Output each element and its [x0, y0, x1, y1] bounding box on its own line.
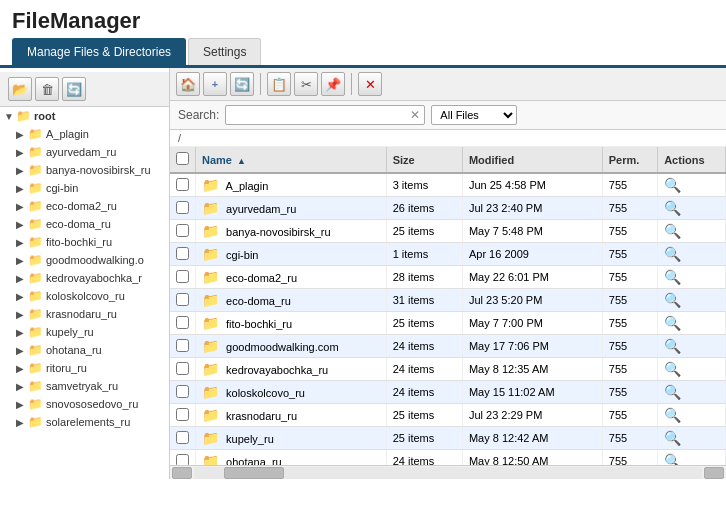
- row-name[interactable]: banya-novosibirsk_ru: [226, 226, 331, 238]
- row-action-search[interactable]: 🔍: [664, 338, 681, 354]
- tree-toggle[interactable]: ▶: [16, 291, 28, 302]
- tree-item-ritoru-ru[interactable]: ▶ 📁 ritoru_ru: [0, 359, 169, 377]
- row-checkbox[interactable]: [176, 454, 189, 466]
- tree-toggle-root[interactable]: ▼: [4, 111, 16, 122]
- tree-item-cgi-bin[interactable]: ▶ 📁 cgi-bin: [0, 179, 169, 197]
- row-checkbox[interactable]: [176, 293, 189, 306]
- table-row[interactable]: 📁 eco-doma2_ru 28 items May 22 6:01 PM 7…: [170, 266, 726, 289]
- tree-item-fito-bochki-ru[interactable]: ▶ 📁 fito-bochki_ru: [0, 233, 169, 251]
- row-checkbox[interactable]: [176, 431, 189, 444]
- tree-item-ohotana-ru[interactable]: ▶ 📁 ohotana_ru: [0, 341, 169, 359]
- row-checkbox[interactable]: [176, 339, 189, 352]
- row-checkbox[interactable]: [176, 362, 189, 375]
- row-action-search[interactable]: 🔍: [664, 361, 681, 377]
- tree-toggle[interactable]: ▶: [16, 345, 28, 356]
- tree-toggle[interactable]: ▶: [16, 201, 28, 212]
- cut-button[interactable]: ✂: [294, 72, 318, 96]
- tree-toggle[interactable]: ▶: [16, 363, 28, 374]
- row-checkbox[interactable]: [176, 316, 189, 329]
- tab-settings[interactable]: Settings: [188, 38, 261, 65]
- row-action-search[interactable]: 🔍: [664, 292, 681, 308]
- row-name[interactable]: eco-doma_ru: [226, 295, 291, 307]
- row-action-search[interactable]: 🔍: [664, 407, 681, 423]
- col-header-size[interactable]: Size: [386, 147, 462, 173]
- row-action-search[interactable]: 🔍: [664, 200, 681, 216]
- refresh2-button[interactable]: 🔄: [230, 72, 254, 96]
- tree-item-goodmoodwalking-o[interactable]: ▶ 📁 goodmoodwalking.o: [0, 251, 169, 269]
- tree-item-banya-novosibirsk-ru[interactable]: ▶ 📁 banya-novosibirsk_ru: [0, 161, 169, 179]
- tree-item-snovososedovo-ru[interactable]: ▶ 📁 snovososedovo_ru: [0, 395, 169, 413]
- row-action-search[interactable]: 🔍: [664, 177, 681, 193]
- table-row[interactable]: 📁 kupely_ru 25 items May 8 12:42 AM 755 …: [170, 427, 726, 450]
- tree-toggle[interactable]: ▶: [16, 129, 28, 140]
- table-row[interactable]: 📁 banya-novosibirsk_ru 25 items May 7 5:…: [170, 220, 726, 243]
- table-row[interactable]: 📁 cgi-bin 1 items Apr 16 2009 755 🔍: [170, 243, 726, 266]
- row-checkbox[interactable]: [176, 201, 189, 214]
- new-folder-button[interactable]: +: [203, 72, 227, 96]
- file-filter-select[interactable]: All Files Images Documents Videos Audio: [431, 105, 517, 125]
- open-button[interactable]: 📂: [8, 77, 32, 101]
- col-header-name[interactable]: Name ▲: [196, 147, 387, 173]
- tree-toggle[interactable]: ▶: [16, 309, 28, 320]
- home-button[interactable]: 🏠: [176, 72, 200, 96]
- tree-toggle[interactable]: ▶: [16, 399, 28, 410]
- tab-manage[interactable]: Manage Files & Directories: [12, 38, 186, 65]
- row-name[interactable]: koloskolcovo_ru: [226, 387, 305, 399]
- row-action-search[interactable]: 🔍: [664, 269, 681, 285]
- scroll-left-btn[interactable]: [172, 467, 192, 479]
- table-row[interactable]: 📁 ohotana_ru 24 items May 8 12:50 AM 755…: [170, 450, 726, 466]
- row-action-search[interactable]: 🔍: [664, 315, 681, 331]
- tree-item-root[interactable]: ▼ 📁 root: [0, 107, 169, 125]
- table-row[interactable]: 📁 eco-doma_ru 31 items Jul 23 5:20 PM 75…: [170, 289, 726, 312]
- tree-item-eco-doma2-ru[interactable]: ▶ 📁 eco-doma2_ru: [0, 197, 169, 215]
- row-name[interactable]: kupely_ru: [226, 433, 274, 445]
- select-all-checkbox[interactable]: [176, 152, 189, 165]
- tree-item-kedrovayabochka-r[interactable]: ▶ 📁 kedrovayabochka_r: [0, 269, 169, 287]
- row-checkbox[interactable]: [176, 178, 189, 191]
- col-header-perm[interactable]: Perm.: [602, 147, 657, 173]
- col-header-modified[interactable]: Modified: [462, 147, 602, 173]
- table-row[interactable]: 📁 koloskolcovo_ru 24 items May 15 11:02 …: [170, 381, 726, 404]
- tree-toggle[interactable]: ▶: [16, 183, 28, 194]
- row-action-search[interactable]: 🔍: [664, 384, 681, 400]
- row-name[interactable]: cgi-bin: [226, 249, 258, 261]
- delete-button[interactable]: 🗑: [35, 77, 59, 101]
- tree-item-solarelements-ru[interactable]: ▶ 📁 solarelements_ru: [0, 413, 169, 431]
- row-name[interactable]: ayurvedam_ru: [226, 203, 296, 215]
- row-checkbox[interactable]: [176, 408, 189, 421]
- tree-toggle[interactable]: ▶: [16, 273, 28, 284]
- tree-toggle[interactable]: ▶: [16, 417, 28, 428]
- tree-toggle[interactable]: ▶: [16, 165, 28, 176]
- table-row[interactable]: 📁 krasnodaru_ru 25 items Jul 23 2:29 PM …: [170, 404, 726, 427]
- row-name[interactable]: kedrovayabochka_ru: [226, 364, 328, 376]
- delete2-button[interactable]: ✕: [358, 72, 382, 96]
- row-checkbox[interactable]: [176, 385, 189, 398]
- table-row[interactable]: 📁 A_plagin 3 items Jun 25 4:58 PM 755 🔍: [170, 173, 726, 197]
- row-checkbox[interactable]: [176, 247, 189, 260]
- tree-item-krasnodaru-ru[interactable]: ▶ 📁 krasnodaru_ru: [0, 305, 169, 323]
- tree-item-samvetryak-ru[interactable]: ▶ 📁 samvetryak_ru: [0, 377, 169, 395]
- row-name[interactable]: eco-doma2_ru: [226, 272, 297, 284]
- tree-item-ayurvedam-ru[interactable]: ▶ 📁 ayurvedam_ru: [0, 143, 169, 161]
- table-row[interactable]: 📁 goodmoodwalking.com 24 items May 17 7:…: [170, 335, 726, 358]
- paste-button[interactable]: 📌: [321, 72, 345, 96]
- search-clear-icon[interactable]: ✕: [410, 108, 420, 122]
- copy-button[interactable]: 📋: [267, 72, 291, 96]
- table-row[interactable]: 📁 fito-bochki_ru 25 items May 7 7:00 PM …: [170, 312, 726, 335]
- tree-toggle[interactable]: ▶: [16, 219, 28, 230]
- scroll-track[interactable]: [194, 467, 702, 479]
- refresh-button[interactable]: 🔄: [62, 77, 86, 101]
- row-name[interactable]: goodmoodwalking.com: [226, 341, 339, 353]
- table-row[interactable]: 📁 kedrovayabochka_ru 24 items May 8 12:3…: [170, 358, 726, 381]
- row-action-search[interactable]: 🔍: [664, 246, 681, 262]
- row-action-search[interactable]: 🔍: [664, 453, 681, 465]
- tree-toggle[interactable]: ▶: [16, 327, 28, 338]
- tree-toggle[interactable]: ▶: [16, 255, 28, 266]
- row-name[interactable]: fito-bochki_ru: [226, 318, 292, 330]
- tree-toggle[interactable]: ▶: [16, 237, 28, 248]
- row-action-search[interactable]: 🔍: [664, 223, 681, 239]
- tree-item-eco-doma-ru[interactable]: ▶ 📁 eco-doma_ru: [0, 215, 169, 233]
- row-name[interactable]: A_plagin: [225, 180, 268, 192]
- scroll-right-btn[interactable]: [704, 467, 724, 479]
- table-row[interactable]: 📁 ayurvedam_ru 26 items Jul 23 2:40 PM 7…: [170, 197, 726, 220]
